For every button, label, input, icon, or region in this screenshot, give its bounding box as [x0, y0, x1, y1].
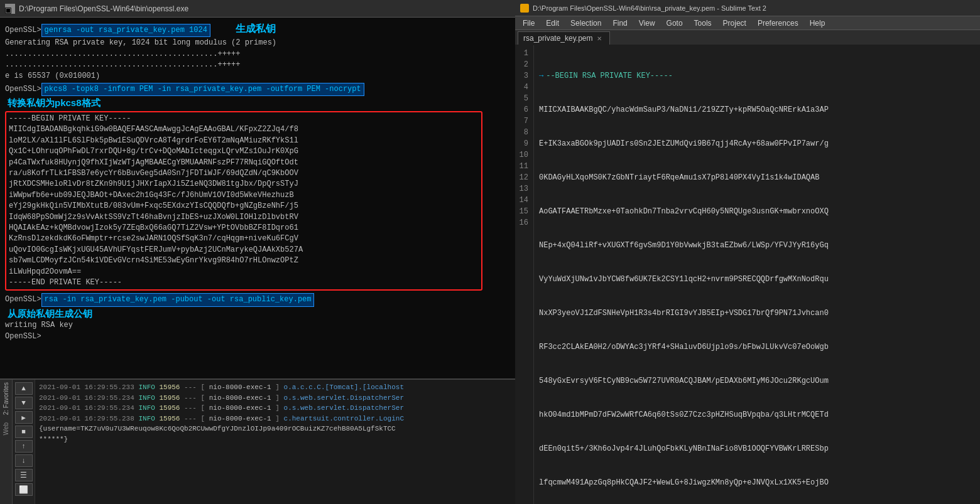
pk-line-12: KzRnsDlzekdkdK6oFWmptr+rcse2swJARN1OQSfS… — [9, 233, 479, 244]
sublime-top-code: 12345 678910 1112131415 16 → --BEGIN RSA… — [515, 45, 980, 504]
pk-line-6: ra/u8KofrTLk1FBSB7e6ycYr6bBuvGeg5dA0Sn7j… — [9, 168, 479, 179]
terminal-titlebar: ▣ D:\Program Files\OpenSSL-Win64\bin\ope… — [0, 0, 515, 18]
output-writing: writing RSA key — [5, 320, 510, 331]
menu-tools[interactable]: Tools — [689, 18, 717, 29]
sidebar-label-favorites: 2: Favorites — [3, 382, 9, 415]
prompt-2: OpenSSL> — [5, 84, 41, 95]
sublime-top-icon — [520, 4, 529, 13]
output-3: ........................................… — [5, 60, 510, 70]
pk-line-5: p4CaTWxfuk8HUynjQ9fhXIjWzWTjAgMBAAECgYBM… — [9, 158, 479, 168]
left-panel: ▣ D:\Program Files\OpenSSL-Win64\bin\ope… — [0, 0, 515, 504]
tab-close-private[interactable]: ✕ — [597, 35, 602, 42]
output-prompt-end: OpenSSL> — [5, 331, 510, 342]
menu-find[interactable]: Find — [607, 18, 632, 29]
pk-line-7: jRtXDCSMHeloRlvDr8tZKn9h9U1jJHXrIapXJi5Z… — [9, 179, 479, 190]
log-line-3: 2021-09-01 16:29:55.234 INFO 15956 --- [… — [39, 403, 511, 414]
pk-line-2: MIICdgIBADANBgkqhkiG9w0BAQEFAASCAmAwggJc… — [9, 124, 479, 135]
pk-line-15: iLWuHpqd2OovmA== — [9, 267, 479, 277]
pk-line-14: sb7wmLCDMoyfzJCn54k1VDEvGVcrn4SiME53wEyG… — [9, 255, 479, 266]
menu-view[interactable]: View — [634, 18, 660, 29]
log-btn-play[interactable]: ▶ — [15, 411, 33, 424]
log-json-2: ******} — [39, 434, 511, 445]
log-controls: ▲ ▼ ▶ ■ ↑ ↓ ☰ ⬜ — [13, 380, 35, 504]
pk-line-8: iWWpwfb6e+ub09JEQJBAOt+DAxec2h1Gq43Fc/fJ… — [9, 190, 479, 201]
menu-help[interactable]: Help — [805, 18, 830, 29]
right-panel: D:\Program Files\OpenSSL-Win64\bin\rsa_p… — [515, 0, 980, 504]
log-btn-up[interactable]: ▲ — [15, 382, 33, 395]
sublime-top-titlebar: D:\Program Files\OpenSSL-Win64\bin\rsa_p… — [515, 0, 980, 16]
log-btn-scroll-down[interactable]: ↓ — [15, 454, 33, 467]
tab-label-private: rsa_private_key.pem — [523, 34, 593, 43]
pk-line-1: -----BEGIN PRIVATE KEY----- — [9, 114, 479, 124]
sublime-top: D:\Program Files\OpenSSL-Win64\bin\rsa_p… — [515, 0, 980, 504]
menu-preferences[interactable]: Preferences — [753, 18, 803, 29]
menu-goto[interactable]: Goto — [662, 18, 688, 29]
log-btn-down[interactable]: ▼ — [15, 397, 33, 409]
prompt-1: OpenSSL> — [5, 25, 41, 36]
terminal-icon: ▣ — [5, 4, 15, 14]
sidebar-label-web: Web — [3, 422, 9, 435]
cmd-genrsa: genrsa -out rsa_private_key.pem 1024 — [41, 24, 210, 37]
prompt-3: OpenSSL> — [5, 294, 41, 305]
pk-line-11: HQAIAkEAz+kQMBdvowjIzok5y7ZEqBxQ66aGQ7Ti… — [9, 223, 479, 233]
annotation-pubout: 从原始私钥生成公钥 — [8, 307, 510, 321]
pk-line-4: Qx1C+LOhruqOPhFwDL7rxrDQU+8g/trCv+DQoMAb… — [9, 146, 479, 157]
log-sidebar: 2: Favorites Web — [0, 380, 13, 504]
terminal-content: OpenSSL> genrsa -out rsa_private_key.pem… — [0, 18, 515, 378]
log-btn-scroll-up[interactable]: ↑ — [15, 440, 33, 453]
cmd-pubout: rsa -in rsa_private_key.pem -pubout -out… — [41, 293, 315, 306]
log-line-4: 2021-09-01 16:29:55.238 INFO 15956 --- [… — [39, 414, 511, 424]
log-panel: 2: Favorites Web ▲ ▼ ▶ ■ ↑ ↓ ☰ ⬜ 2021-09… — [0, 378, 515, 504]
pk-line-9: eYj29gkHkQin5VIMbXtutB/083vUm+Fxqc5EXdxz… — [9, 201, 479, 212]
log-btn-list[interactable]: ☰ — [15, 469, 33, 481]
output-1: Generating RSA private key, 1024 bit lon… — [5, 38, 510, 48]
terminal-title: D:\Program Files\OpenSSL-Win64\bin\opens… — [19, 4, 188, 13]
output-4: e is 65537 (0x010001) — [5, 71, 510, 82]
cmd-pkcs8: pkcs8 -topk8 -inform PEM -in rsa_private… — [41, 83, 364, 96]
tab-private-key[interactable]: rsa_private_key.pem ✕ — [518, 31, 610, 45]
menu-project[interactable]: Project — [718, 18, 751, 29]
menu-file[interactable]: File — [518, 18, 540, 29]
pk-line-3: loM2LX/aXl1lFL6SlFbk5pBw1ESuQDVrcA8T4grd… — [9, 136, 479, 146]
line-numbers-top: 12345 678910 1112131415 16 — [515, 45, 534, 504]
menu-edit[interactable]: Edit — [541, 18, 564, 29]
sublime-top-menubar: File Edit Selection Find View Goto Tools… — [515, 16, 980, 30]
log-btn-circle[interactable]: ⬜ — [15, 483, 33, 496]
pk-line-16: -----END PRIVATE KEY----- — [9, 277, 479, 288]
pk-line-10: IdqW68PpSOmWj2z9sVvAktSS9VzTt46haBvnjzIb… — [9, 212, 479, 223]
annotation-pkcs8: 转换私钥为pkcs8格式 — [8, 96, 510, 110]
pk-line-13: uQovIO0GcgIsWKjxUGU45AVhUFYqstFERJumV+py… — [9, 245, 479, 255]
sublime-top-title: D:\Program Files\OpenSSL-Win64\bin\rsa_p… — [533, 4, 766, 12]
annotation-genrsa: 生成私钥 — [236, 21, 276, 36]
code-private-key: → --BEGIN RSA PRIVATE KEY----- MIICXAIBA… — [534, 45, 980, 504]
menu-selection[interactable]: Selection — [565, 18, 606, 29]
output-2: ........................................… — [5, 49, 510, 60]
private-key-block: -----BEGIN PRIVATE KEY----- MIICdgIBADAN… — [5, 111, 482, 291]
sublime-top-tabbar: rsa_private_key.pem ✕ — [515, 30, 980, 45]
log-btn-stop[interactable]: ■ — [15, 426, 33, 438]
log-json-1: {username=TKZ7uV0u7U3WReuqow8Kc6QoQb2RCU… — [39, 424, 511, 434]
log-line-2: 2021-09-01 16:29:55.234 INFO 15956 --- [… — [39, 393, 511, 404]
log-line-1: 2021-09-01 16:29:55.233 INFO 15956 --- [… — [39, 382, 511, 393]
log-content-area: 2021-09-01 16:29:55.233 INFO 15956 --- [… — [35, 380, 515, 504]
